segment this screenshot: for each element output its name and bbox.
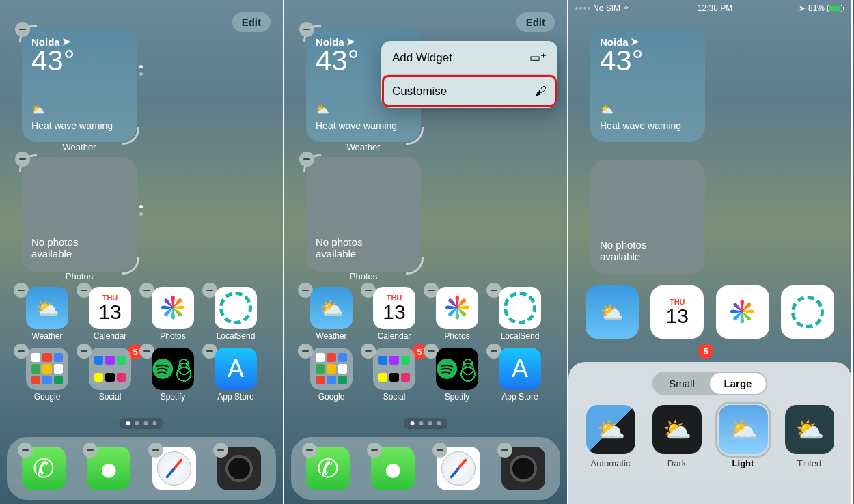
calendar-icon: THU13: [373, 287, 415, 329]
remove-widget-badge[interactable]: [299, 22, 314, 37]
remove-widget-badge[interactable]: [15, 152, 30, 167]
app-label: App Store: [217, 392, 253, 402]
dock-phone[interactable]: [22, 447, 66, 490]
calendar-icon: THU13: [89, 287, 131, 329]
remove-app-badge[interactable]: [213, 443, 228, 458]
localsend-icon: [215, 287, 257, 329]
app-localsend[interactable]: [780, 285, 837, 339]
app-photos[interactable]: Photos: [143, 287, 202, 341]
app-localsend[interactable]: LocalSend: [491, 287, 549, 341]
signal-dots-icon: [575, 7, 590, 10]
app-calendar[interactable]: THU13Calendar: [365, 287, 424, 341]
weather-condition-icon: ⛅: [31, 103, 45, 116]
weather-temp: 43°: [22, 46, 137, 75]
dock-camera[interactable]: [217, 447, 261, 490]
remove-app-badge[interactable]: [83, 443, 98, 458]
add-widget-icon: ▭⁺: [529, 51, 547, 65]
dock-camera[interactable]: [501, 447, 545, 490]
theme-light[interactable]: Light: [713, 405, 773, 468]
remove-app-badge[interactable]: [18, 443, 33, 458]
app-calendar[interactable]: THU13: [649, 285, 706, 339]
dock: [291, 437, 560, 500]
app-photos[interactable]: Photos: [428, 287, 486, 341]
app-label: Social: [383, 392, 406, 402]
app-weather[interactable]: [583, 285, 641, 339]
remove-widget-badge[interactable]: [299, 152, 314, 167]
dock-phone[interactable]: [306, 447, 350, 490]
app-spotify[interactable]: Spotify: [143, 348, 202, 402]
dock-messages[interactable]: [371, 447, 415, 490]
dock-safari[interactable]: [152, 447, 196, 490]
appstore-icon: [499, 348, 541, 390]
menu-label: Customise: [392, 85, 447, 98]
page-indicator[interactable]: [404, 418, 448, 429]
app-weather[interactable]: Weather: [302, 287, 361, 341]
photos-icon: [152, 287, 194, 329]
app-localsend[interactable]: LocalSend: [206, 287, 265, 341]
app-label: Calendar: [378, 331, 411, 341]
app-calendar[interactable]: THU13Calendar: [81, 287, 139, 341]
home-screen-apps: Weather THU13Calendar Photos LocalSend G…: [302, 287, 549, 402]
widget-stack-indicator: [139, 65, 143, 76]
dock-messages[interactable]: [87, 447, 130, 490]
spotify-icon: [436, 348, 478, 390]
app-appstore[interactable]: App Store: [491, 348, 549, 402]
weather-widget[interactable]: Noida➤ 43° ⛅ Heat wave warning: [590, 27, 705, 142]
page-indicator[interactable]: [120, 418, 164, 429]
photos-widget[interactable]: No photos available: [306, 157, 421, 272]
remove-app-badge[interactable]: [432, 443, 447, 458]
edit-button[interactable]: Edit: [516, 12, 555, 32]
folder-social[interactable]: 5Social: [81, 348, 139, 402]
theme-label: Tinted: [797, 458, 822, 468]
menu-add-widget[interactable]: Add Widget ▭⁺: [381, 41, 557, 74]
app-label: LocalSend: [217, 331, 256, 341]
theme-dark[interactable]: Dark: [647, 405, 706, 468]
size-small-segment[interactable]: Small: [654, 373, 710, 394]
folder-social[interactable]: 5Social: [365, 348, 424, 402]
folder-google[interactable]: Google: [18, 348, 77, 402]
remove-app-badge[interactable]: [148, 443, 163, 458]
weather-temp: 43°: [590, 46, 705, 75]
photos-icon: [716, 285, 769, 339]
theme-tinted[interactable]: Tinted: [780, 405, 839, 468]
wifi-icon: ᯤ: [623, 3, 631, 13]
app-spotify[interactable]: Spotify: [428, 348, 486, 402]
status-time: 12:38 PM: [698, 3, 732, 13]
theme-automatic[interactable]: Automatic: [581, 405, 640, 468]
app-weather[interactable]: Weather: [18, 287, 77, 341]
photos-empty-text: No photos available: [31, 236, 113, 260]
app-label: Social: [99, 392, 122, 402]
app-label: Google: [34, 392, 61, 402]
weather-warning: Heat wave warning: [600, 120, 681, 131]
remove-app-badge[interactable]: [302, 443, 317, 458]
photos-empty-text: No photos available: [316, 236, 398, 260]
menu-customise[interactable]: Customise 🖌: [381, 74, 557, 108]
localsend-icon: [499, 287, 541, 329]
app-photos[interactable]: [714, 285, 771, 339]
app-label: Weather: [31, 331, 62, 341]
photos-widget[interactable]: No photos available: [22, 157, 137, 272]
remove-widget-badge[interactable]: [15, 22, 30, 37]
localsend-icon: [781, 285, 834, 339]
battery-icon: [827, 5, 844, 12]
folder-google[interactable]: Google: [302, 348, 361, 402]
weather-icon: [26, 287, 68, 329]
icon-size-toggle[interactable]: Small Large: [652, 372, 767, 395]
home-screen-apps: Weather THU13Calendar Photos LocalSend G…: [18, 287, 265, 402]
edit-button[interactable]: Edit: [232, 12, 271, 32]
carrier-label: No SIM: [593, 3, 620, 13]
app-appstore[interactable]: App Store: [206, 348, 265, 402]
weather-widget[interactable]: Noida➤ 43° ⛅ Heat wave warning: [22, 27, 137, 142]
remove-app-badge[interactable]: [497, 443, 512, 458]
calendar-icon: THU13: [650, 285, 704, 339]
dock-safari[interactable]: [437, 447, 480, 490]
size-large-segment[interactable]: Large: [710, 373, 766, 394]
app-label: LocalSend: [501, 331, 540, 341]
photos-widget[interactable]: No photos available: [590, 160, 705, 275]
app-label: Photos: [444, 331, 469, 341]
battery-percent: 81%: [808, 3, 825, 13]
weather-widget-label: Weather: [306, 142, 421, 152]
remove-app-badge[interactable]: [367, 443, 382, 458]
app-label: App Store: [501, 392, 538, 402]
paintbrush-icon: 🖌: [535, 85, 547, 98]
